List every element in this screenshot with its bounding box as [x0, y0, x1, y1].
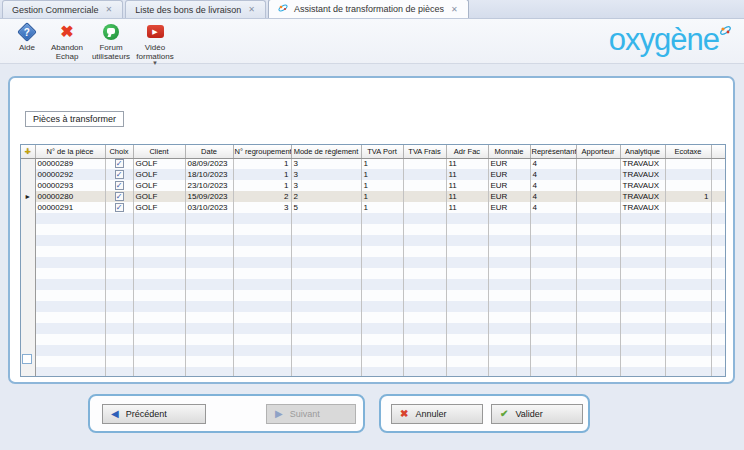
cell-tva-frais[interactable]: [403, 191, 446, 202]
table-empty-row[interactable]: [21, 213, 725, 224]
cell-ecotaxe[interactable]: [665, 180, 711, 191]
cell-regroupement[interactable]: 1: [233, 169, 291, 180]
cell-date[interactable]: 03/10/2023: [185, 202, 233, 213]
table-empty-row[interactable]: [21, 235, 725, 246]
cell-tva-port[interactable]: 1: [361, 191, 403, 202]
col-monnaie[interactable]: Monnaie: [488, 145, 530, 158]
table-empty-row[interactable]: [21, 301, 725, 312]
table-empty-row[interactable]: [21, 290, 725, 301]
checkbox-checked[interactable]: ✓: [115, 170, 124, 179]
table-empty-row[interactable]: [21, 367, 725, 377]
forum-button[interactable]: Forum utilisateurs: [86, 22, 136, 61]
cell-adr-fac[interactable]: 11: [446, 180, 488, 191]
cell-adr-fac[interactable]: 11: [446, 169, 488, 180]
col-representant[interactable]: Représentant: [530, 145, 576, 158]
table-row[interactable]: 00000292 ✓ GOLF 18/10/2023 1 3 1 11 EUR …: [21, 169, 725, 180]
checkbox-checked[interactable]: ✓: [115, 203, 124, 212]
cell-mode[interactable]: 2: [291, 191, 361, 202]
cell-mode[interactable]: 3: [291, 158, 361, 169]
cell-analytique[interactable]: TRAVAUX: [620, 202, 665, 213]
cell-ecotaxe[interactable]: [665, 158, 711, 169]
cell-apporteur[interactable]: [576, 202, 620, 213]
row-selector[interactable]: [21, 180, 35, 191]
table-empty-row[interactable]: [21, 246, 725, 257]
checkbox-checked[interactable]: ✓: [115, 192, 124, 201]
tab-liste-bons-livraison[interactable]: Liste des bons de livraison ✕: [125, 0, 266, 18]
cell-tva-frais[interactable]: [403, 158, 446, 169]
col-tva-port[interactable]: TVA Port: [361, 145, 403, 158]
cell-tva-frais[interactable]: [403, 169, 446, 180]
cell-piece[interactable]: 00000289: [35, 158, 105, 169]
new-row-indicator[interactable]: [22, 354, 32, 364]
cell-tva-port[interactable]: 1: [361, 180, 403, 191]
row-selector[interactable]: [21, 158, 35, 169]
table-row-current[interactable]: ► 00000280 ✓ GOLF 15/09/2023 2 2 1 11 EU…: [21, 191, 725, 202]
table-empty-row[interactable]: [21, 334, 725, 345]
cell-client[interactable]: GOLF: [133, 169, 185, 180]
col-regroupement[interactable]: N° regroupement: [233, 145, 291, 158]
table-row[interactable]: 00000293 ✓ GOLF 23/10/2023 1 3 1 11 EUR …: [21, 180, 725, 191]
cell-tva-frais[interactable]: [403, 180, 446, 191]
cell-representant[interactable]: 4: [530, 180, 576, 191]
cell-choix[interactable]: ✓: [105, 158, 133, 169]
cell-representant[interactable]: 4: [530, 202, 576, 213]
cell-analytique[interactable]: TRAVAUX: [620, 191, 665, 202]
precedent-button[interactable]: ◀ Précédent: [102, 404, 206, 424]
cell-mode[interactable]: 5: [291, 202, 361, 213]
cell-ecotaxe[interactable]: [665, 169, 711, 180]
cell-representant[interactable]: 4: [530, 191, 576, 202]
valider-button[interactable]: ✔ Valider: [491, 404, 583, 424]
cell-date[interactable]: 23/10/2023: [185, 180, 233, 191]
cell-representant[interactable]: 4: [530, 169, 576, 180]
cell-monnaie[interactable]: EUR: [488, 202, 530, 213]
abandon-button[interactable]: ✖ Abandon Echap: [42, 22, 92, 61]
cell-client[interactable]: GOLF: [133, 191, 185, 202]
cell-ecotaxe[interactable]: 1: [665, 191, 711, 202]
table-row[interactable]: 00000291 ✓ GOLF 03/10/2023 3 5 1 11 EUR …: [21, 202, 725, 213]
table-row[interactable]: 00000289 ✓ GOLF 08/09/2023 1 3 1 11 EUR …: [21, 158, 725, 169]
table-empty-row[interactable]: [21, 323, 725, 334]
cell-client[interactable]: GOLF: [133, 202, 185, 213]
cell-adr-fac[interactable]: 11: [446, 191, 488, 202]
table-empty-row[interactable]: [21, 345, 725, 356]
col-piece[interactable]: N° de la pièce: [35, 145, 105, 158]
chevron-down-icon[interactable]: ▼: [130, 60, 180, 66]
add-row-header[interactable]: +: [21, 145, 35, 158]
col-mode-reglement[interactable]: Mode de règlement: [291, 145, 361, 158]
cell-choix[interactable]: ✓: [105, 202, 133, 213]
table-empty-row[interactable]: [21, 268, 725, 279]
cell-analytique[interactable]: TRAVAUX: [620, 158, 665, 169]
cell-ecotaxe[interactable]: [665, 202, 711, 213]
cell-mode[interactable]: 3: [291, 169, 361, 180]
table-empty-row[interactable]: [21, 356, 725, 367]
cell-piece[interactable]: 00000280: [35, 191, 105, 202]
row-selector[interactable]: [21, 169, 35, 180]
cell-choix[interactable]: ✓: [105, 169, 133, 180]
cell-tva-frais[interactable]: [403, 202, 446, 213]
cell-monnaie[interactable]: EUR: [488, 169, 530, 180]
checkbox-checked[interactable]: ✓: [115, 159, 124, 168]
cell-adr-fac[interactable]: 11: [446, 158, 488, 169]
table-empty-row[interactable]: [21, 257, 725, 268]
cell-analytique[interactable]: TRAVAUX: [620, 169, 665, 180]
close-icon[interactable]: ✕: [450, 5, 459, 14]
col-client[interactable]: Client: [133, 145, 185, 158]
cell-piece[interactable]: 00000293: [35, 180, 105, 191]
cell-representant[interactable]: 4: [530, 158, 576, 169]
cell-choix[interactable]: ✓: [105, 180, 133, 191]
cell-monnaie[interactable]: EUR: [488, 180, 530, 191]
table-empty-row[interactable]: [21, 224, 725, 235]
cell-tva-port[interactable]: 1: [361, 169, 403, 180]
col-adr-fac[interactable]: Adr Fac: [446, 145, 488, 158]
cell-piece[interactable]: 00000291: [35, 202, 105, 213]
cell-regroupement[interactable]: 3: [233, 202, 291, 213]
cell-date[interactable]: 08/09/2023: [185, 158, 233, 169]
cell-monnaie[interactable]: EUR: [488, 158, 530, 169]
close-icon[interactable]: ✕: [105, 5, 114, 14]
cell-monnaie[interactable]: EUR: [488, 191, 530, 202]
col-analytique[interactable]: Analytique: [620, 145, 665, 158]
checkbox-checked[interactable]: ✓: [115, 181, 124, 190]
col-apporteur[interactable]: Apporteur: [576, 145, 620, 158]
tab-gestion-commerciale[interactable]: Gestion Commerciale ✕: [2, 0, 123, 18]
cell-date[interactable]: 15/09/2023: [185, 191, 233, 202]
